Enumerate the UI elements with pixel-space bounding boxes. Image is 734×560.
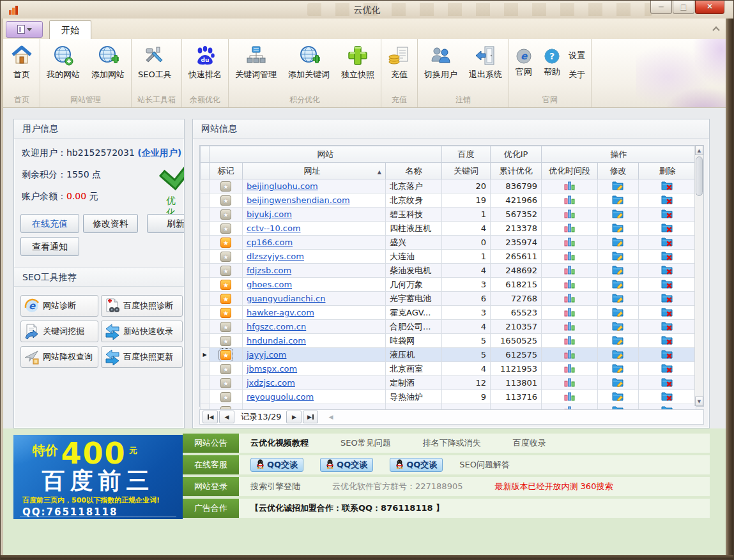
edit-icon[interactable] — [598, 320, 639, 334]
delete-icon[interactable] — [639, 222, 696, 236]
app-menu-button[interactable] — [6, 21, 43, 38]
seo-tool-button[interactable]: 关键词挖掘 — [20, 321, 98, 342]
bottom-link[interactable]: 【云优化诚招加盟合作：联系QQ：876118118 】 — [250, 503, 444, 514]
site-url-link[interactable]: beijingwenshendian.com — [247, 195, 350, 205]
edit-icon[interactable] — [598, 222, 639, 236]
mark-cell[interactable]: ★ — [210, 193, 243, 208]
site-url-link[interactable]: hawker-agv.com — [247, 308, 314, 317]
seo-tool-button[interactable]: 百度快照诊断 — [101, 295, 183, 317]
bottom-link[interactable]: SEO问题解答 — [459, 459, 510, 471]
ribbon-small-button[interactable]: 设置 — [569, 50, 585, 61]
time-chart-icon[interactable] — [542, 208, 598, 222]
ribbon-button[interactable]: 添加网站 — [86, 42, 130, 82]
edit-icon[interactable] — [598, 292, 639, 306]
star-icon[interactable]: ★ — [220, 266, 231, 276]
delete-icon[interactable] — [639, 362, 696, 376]
seo-tool-button[interactable]: e网站诊断 — [20, 295, 98, 317]
pager-first-button[interactable]: ◀ — [203, 411, 218, 423]
qq-chat-button[interactable]: QQ交谈 — [320, 458, 373, 472]
bottom-link[interactable]: 搜索引擎登陆 — [250, 481, 300, 492]
site-url-link[interactable]: biyukj.com — [247, 209, 292, 219]
star-icon[interactable]: ★ — [220, 181, 231, 192]
scrollbar-thumb[interactable] — [696, 156, 703, 196]
column-header[interactable]: 名称 — [386, 163, 442, 179]
time-chart-icon[interactable] — [542, 390, 598, 404]
star-icon[interactable]: ★ — [220, 195, 231, 206]
table-row[interactable]: ★jxdzjsc.com定制酒12113801 — [201, 376, 696, 390]
site-url-link[interactable]: fdjzsb.com — [247, 266, 291, 275]
table-row[interactable]: ★hawker-agv.com霍克AGV...365523 — [201, 306, 696, 320]
site-url-link[interactable]: cp166.com — [247, 238, 293, 247]
close-button[interactable]: ✕ — [695, 1, 724, 14]
column-header[interactable]: 累计优化 — [491, 163, 542, 179]
time-chart-icon[interactable] — [542, 278, 598, 292]
seo-tool-button[interactable]: 网站降权查询 — [20, 346, 98, 368]
mark-cell[interactable]: ★ — [210, 208, 243, 222]
mark-cell[interactable]: ★ — [210, 348, 243, 362]
mark-cell[interactable]: ★ — [210, 250, 243, 264]
table-row[interactable]: ★biyukj.com碧玉科技1567352 — [201, 208, 696, 222]
ribbon-button[interactable]: 充值 — [382, 42, 417, 82]
table-row[interactable]: ★dlzszyjys.com大连油1265611 — [201, 250, 696, 264]
ribbon-button[interactable]: 首页 — [4, 42, 39, 82]
star-icon[interactable]: ★ — [220, 308, 231, 318]
site-url-link[interactable]: ghoes.com — [247, 280, 292, 289]
column-header[interactable]: 修改 — [598, 163, 639, 179]
qq-chat-button[interactable]: QQ交谈 — [390, 458, 443, 472]
time-chart-icon[interactable] — [542, 292, 598, 306]
star-icon[interactable]: ★ — [220, 252, 231, 262]
delete-icon[interactable] — [639, 334, 696, 348]
ribbon-button[interactable]: SEO工具 — [132, 42, 178, 82]
time-chart-icon[interactable] — [542, 376, 598, 390]
ribbon-button[interactable]: 关键词管理 — [229, 42, 282, 82]
mark-cell[interactable]: ★ — [210, 362, 243, 376]
ad-banner[interactable]: 特价 400 元 百度前三 百度前三页内，500以下指数的正规企业词! QQ:7… — [13, 435, 183, 519]
mark-cell[interactable]: ★ — [210, 222, 243, 236]
site-url-link[interactable]: dlzszyjys.com — [247, 252, 304, 261]
delete-icon[interactable] — [639, 264, 696, 278]
time-chart-icon[interactable] — [542, 348, 598, 362]
vertical-scrollbar[interactable]: ▲ ▼ — [694, 146, 703, 406]
delete-icon[interactable] — [639, 250, 696, 264]
bottom-link[interactable]: 最新版本已经开放内测 360搜索 — [494, 481, 613, 492]
bottom-link[interactable]: 排名下降或消失 — [423, 437, 481, 449]
delete-icon[interactable] — [639, 208, 696, 222]
edit-icon[interactable] — [598, 179, 639, 193]
ribbon-button[interactable]: 切换用户 — [418, 42, 463, 82]
mark-cell[interactable]: ★ — [210, 179, 243, 193]
site-url-link[interactable]: hfgszc.com.cn — [247, 322, 306, 331]
mark-cell[interactable]: ★ — [210, 292, 243, 306]
seo-tool-button[interactable]: 百度快照更新 — [101, 346, 183, 368]
edit-icon[interactable] — [598, 193, 639, 208]
site-url-link[interactable]: reyouguolu.com — [247, 392, 314, 402]
ribbon-button[interactable]: e官网 — [510, 42, 538, 80]
table-row[interactable]: ★jbmspx.com北京画室41121953 — [201, 362, 696, 376]
star-icon[interactable]: ★ — [220, 238, 231, 248]
table-row[interactable]: ★beijingwenshendian.com北京纹身19421966 — [201, 193, 696, 208]
edit-icon[interactable] — [598, 348, 639, 362]
ribbon-button[interactable]: ?帮助 — [538, 42, 566, 80]
column-header[interactable]: 网址▲ — [243, 163, 386, 179]
view-notice-button[interactable]: 查看通知 — [20, 237, 79, 256]
time-chart-icon[interactable] — [542, 250, 598, 264]
star-icon[interactable]: ★ — [220, 280, 231, 290]
delete-icon[interactable] — [639, 376, 696, 390]
site-url-link[interactable]: guangyudianchi.cn — [247, 294, 325, 303]
edit-icon[interactable] — [598, 376, 639, 390]
delete-icon[interactable] — [639, 278, 696, 292]
time-chart-icon[interactable] — [542, 193, 598, 208]
hscroll-left-arrow-icon[interactable]: ◀ — [328, 414, 333, 420]
ribbon-button[interactable]: du快速排名 — [183, 42, 227, 82]
ribbon-button[interactable]: 我的网站 — [41, 42, 86, 82]
star-icon[interactable]: ★ — [220, 223, 231, 234]
maximize-button[interactable]: □ — [673, 1, 694, 14]
time-chart-icon[interactable] — [542, 179, 598, 193]
edit-icon[interactable] — [598, 306, 639, 320]
star-icon[interactable]: ★ — [220, 378, 231, 388]
minimize-button[interactable]: ─ — [650, 1, 672, 14]
edit-icon[interactable] — [598, 278, 639, 292]
edit-icon[interactable] — [598, 264, 639, 278]
edit-icon[interactable] — [598, 250, 639, 264]
table-row[interactable]: ★cctv--10.com四柱液压机4213378 — [201, 222, 696, 236]
star-icon[interactable]: ★ — [220, 209, 231, 220]
